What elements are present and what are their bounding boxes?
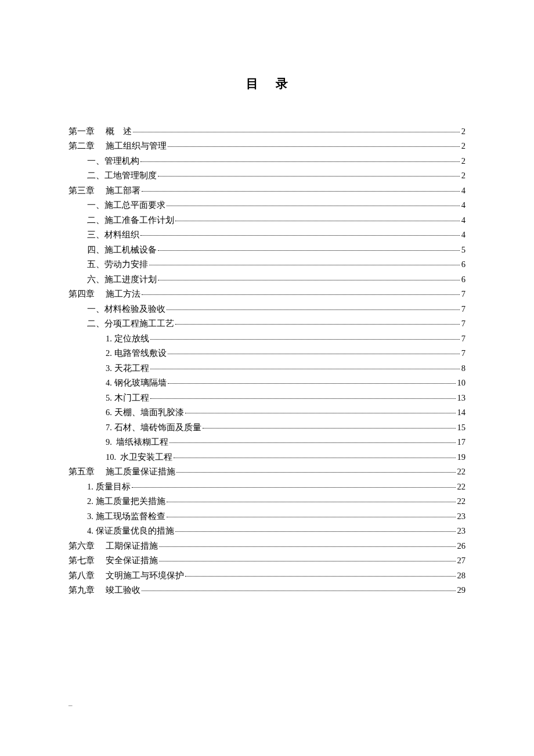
- toc-entry: 5. 木门工程13: [68, 392, 466, 402]
- toc-entry-text: 1. 质量目标: [87, 483, 131, 491]
- toc-leader-dots: [150, 361, 460, 369]
- toc-entry-text: 2. 电路管线敷设: [106, 349, 167, 358]
- toc-leader-dots: [175, 213, 460, 221]
- toc-entry: 一、材料检验及验收7: [68, 303, 466, 313]
- toc-page-number: 15: [457, 423, 466, 432]
- toc-page-number: 14: [457, 408, 466, 417]
- toc-leader-dots: [175, 316, 460, 325]
- toc-entry-text: 竣工验收: [106, 586, 140, 595]
- toc-entry: 第八章文明施工与环境保护28: [68, 570, 466, 579]
- toc-entry: 第七章安全保证措施27: [68, 555, 466, 565]
- toc-leader-dots: [149, 257, 460, 266]
- toc-chapter-label: 第七章: [68, 556, 106, 565]
- toc-chapter-label: 第一章: [68, 127, 106, 136]
- toc-chapter-label: 第二章: [68, 142, 106, 150]
- toc-leader-dots: [150, 390, 456, 399]
- toc-page-number: 26: [457, 542, 466, 550]
- toc-page-number: 8: [461, 364, 466, 373]
- toc-entry-text: 二、施工准备工作计划: [87, 216, 174, 225]
- toc-entry-text: 5. 木门工程: [106, 394, 149, 402]
- toc-page-number: 27: [457, 556, 466, 565]
- toc-entry-text: 7. 石材、墙砖饰面及质量: [106, 423, 201, 432]
- toc-page-number: 4: [461, 216, 466, 225]
- toc-page-number: 5: [461, 246, 466, 254]
- toc-page-number: 28: [457, 571, 466, 580]
- toc-entry-text: 3. 天花工程: [106, 364, 149, 373]
- toc-entry-text: 施工方法: [106, 290, 140, 298]
- toc-entry-text: 六、施工进度计划: [87, 275, 157, 284]
- toc-page-number: 23: [457, 512, 466, 521]
- toc-entry: 3. 天花工程8: [68, 362, 466, 372]
- toc-leader-dots: [174, 449, 455, 458]
- toc-entry-text: 4. 保证质量优良的措施: [87, 527, 174, 535]
- toc-chapter-label: 第四章: [68, 290, 106, 298]
- toc-entry-text: 施工质量保证措施: [106, 467, 175, 476]
- toc-page-number: 2: [461, 127, 466, 136]
- toc-leader-dots: [158, 272, 460, 280]
- toc-leader-dots: [167, 198, 460, 207]
- toc-entry: 二、分项工程施工工艺7: [68, 318, 466, 328]
- toc-leader-dots: [185, 568, 456, 577]
- toc-page-number: 19: [457, 453, 466, 462]
- toc-leader-dots: [142, 183, 460, 192]
- toc-page-number: 4: [461, 201, 466, 210]
- toc-entry: 7. 石材、墙砖饰面及质量15: [68, 422, 466, 431]
- toc-entry-text: 施工部署: [106, 186, 140, 195]
- toc-leader-dots: [159, 538, 456, 547]
- toc-page-number: 7: [461, 305, 466, 314]
- toc-leader-dots: [176, 465, 456, 473]
- toc-entry-text: 五、劳动力安排: [87, 260, 148, 269]
- toc-entry-text: 1. 定位放线: [106, 334, 149, 343]
- toc-entry: 六、施工进度计划6: [68, 273, 466, 283]
- toc-page-number: 7: [461, 290, 466, 298]
- toc-entry: 第五章施工质量保证措施22: [68, 466, 466, 476]
- toc-leader-dots: [158, 168, 460, 177]
- toc-entry-text: 3. 施工现场监督检查: [87, 512, 165, 521]
- toc-entry-text: 9. 墙纸裱糊工程: [106, 438, 168, 447]
- page-title: 目录: [68, 75, 466, 92]
- toc-page-number: 22: [457, 497, 466, 506]
- toc-entry: 1. 质量目标22: [68, 481, 466, 491]
- toc-chapter-label: 第五章: [68, 467, 106, 476]
- toc-leader-dots: [167, 509, 456, 517]
- toc-leader-dots: [159, 553, 456, 562]
- toc-page-number: 23: [457, 527, 466, 535]
- toc-entry-text: 一、材料检验及验收: [87, 305, 165, 314]
- toc-entry: 10. 水卫安装工程19: [68, 451, 466, 461]
- toc-entry: 2. 施工质量把关措施22: [68, 496, 466, 506]
- toc-entry: 四、施工机械设备5: [68, 244, 466, 254]
- toc-entry-text: 二、工地管理制度: [87, 171, 157, 180]
- toc-entry-text: 四、施工机械设备: [87, 246, 157, 254]
- toc-chapter-label: 第六章: [68, 542, 106, 550]
- toc-entry-text: 概 述: [106, 127, 132, 136]
- toc-chapter-label: 第九章: [68, 586, 106, 595]
- toc-page-number: 6: [461, 260, 466, 269]
- toc-entry-text: 文明施工与环境保护: [106, 571, 184, 580]
- toc-chapter-label: 第三章: [68, 186, 106, 195]
- toc-page-number: 2: [461, 171, 466, 180]
- toc-leader-dots: [203, 420, 456, 429]
- toc-entry: 2. 电路管线敷设7: [68, 348, 466, 358]
- toc-entry: 第二章施工组织与管理2: [68, 141, 466, 150]
- toc-entry: 第九章竣工验收29: [68, 585, 466, 595]
- toc-page-number: 2: [461, 157, 466, 165]
- toc-leader-dots: [169, 435, 455, 444]
- toc-page-number: 7: [461, 319, 466, 328]
- toc-leader-dots: [168, 139, 460, 147]
- toc-entry-text: 施工组织与管理: [106, 142, 167, 150]
- toc-entry: 4. 保证质量优良的措施23: [68, 525, 466, 535]
- table-of-contents: 第一章概 述2第二章施工组织与管理2一、管理机构2二、工地管理制度2第三章施工部…: [68, 125, 466, 595]
- footer-mark: –: [68, 700, 73, 710]
- toc-entry-text: 安全保证措施: [106, 556, 158, 565]
- toc-page-number: 6: [461, 275, 466, 284]
- toc-page-number: 7: [461, 349, 466, 358]
- toc-page-number: 22: [457, 483, 466, 491]
- toc-entry: 第一章概 述2: [68, 125, 466, 135]
- toc-entry: 3. 施工现场监督检查23: [68, 510, 466, 520]
- toc-entry: 1. 定位放线7: [68, 333, 466, 343]
- toc-entry: 第四章施工方法7: [68, 289, 466, 298]
- toc-page-number: 4: [461, 186, 466, 195]
- toc-page-number: 29: [457, 586, 466, 595]
- toc-entry-text: 二、分项工程施工工艺: [87, 319, 174, 328]
- toc-leader-dots: [150, 331, 460, 340]
